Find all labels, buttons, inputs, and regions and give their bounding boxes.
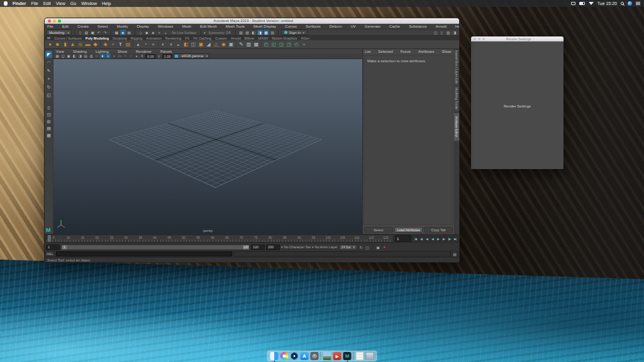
wireframe-icon[interactable]: □ [94,53,99,58]
motion-blur-icon[interactable]: ◔ [128,53,133,58]
maya-dock-icon[interactable]: M [343,352,352,360]
maya-menu-arnold[interactable]: Arnold [436,25,447,28]
menu-set-dropdown[interactable]: Modeling ▾ [47,30,72,35]
type-tool-icon[interactable]: T [117,41,124,48]
textured-icon[interactable]: ◐ [106,53,111,58]
animation-end-field[interactable]: 200 [266,244,280,250]
select-camera-icon[interactable]: ▦ [55,53,60,58]
fps-dropdown[interactable]: 24 fps ▾ [339,244,358,250]
use-all-lights-icon[interactable]: ◑ [111,53,116,58]
undo-icon[interactable]: ↶ [96,30,102,35]
loop-mode-icon[interactable]: ↻ [358,244,364,250]
scale-tool[interactable]: ◱ [45,92,52,99]
rotate-tool[interactable]: ↻ [45,84,52,90]
maya-menu-mesh[interactable]: Mesh [182,25,191,28]
display-icon[interactable] [571,2,575,5]
maya-menu-windows[interactable]: Windows [158,25,173,28]
maya-menu-display[interactable]: Display [136,25,149,28]
battery-icon[interactable] [579,2,585,5]
exposure-icon[interactable]: ☀ [140,53,145,58]
maya-menu-file[interactable]: File [47,25,53,28]
extrude-icon[interactable]: ◧ [182,41,189,48]
wifi-icon[interactable] [589,2,594,5]
open-scene-icon[interactable]: ▨ [84,30,89,35]
sculpt-tool-icon[interactable]: ▴ [135,41,142,48]
animation-start-field[interactable]: 1 [46,244,60,250]
step-forward-key-button[interactable]: |▶ [447,235,452,242]
snap-point-icon[interactable]: ◈ [150,30,156,35]
shelf-tab-poly-modeling[interactable]: Poly Modeling [86,36,109,40]
siri-icon[interactable] [628,1,632,6]
toggle-attribute-editor-icon[interactable]: ▯ [439,30,445,35]
maya-menu-surfaces[interactable]: Surfaces [306,25,321,28]
quad-draw-icon[interactable]: ◴ [293,41,300,48]
step-forward-frame-button[interactable]: ▶ [441,235,447,242]
maya-menu-curves[interactable]: Curves [285,25,297,28]
video-app-dock-icon[interactable]: ▶ [333,352,341,360]
bridge-icon[interactable]: ◫ [190,41,197,48]
ae-menu-attributes[interactable]: Attributes [418,50,434,53]
snap-plane-icon[interactable]: ▿ [157,30,162,35]
menu-bar-clock[interactable]: Tue 15:20 [597,1,617,6]
sculpt-plus-icon[interactable]: + [109,41,116,48]
layout-single-pane[interactable]: ▯ [46,105,52,111]
viewport-menu-view[interactable]: View [56,50,64,53]
boolean-union-icon[interactable]: ◰ [263,41,270,48]
poly-cylinder-icon[interactable]: ▮ [62,41,69,48]
layout-four-pane[interactable]: ⊞ [46,119,52,124]
poly-cone-icon[interactable]: ▲ [69,41,76,48]
go-to-end-button[interactable]: ▶| [452,235,458,242]
delete-edge-icon[interactable]: ▣ [228,41,235,48]
maya-menu-cache[interactable]: Cache [389,25,400,28]
fill-hole-icon[interactable]: ▣ [197,41,204,48]
camera-attributes-icon[interactable]: ▣ [66,53,71,58]
load-attributes-button[interactable]: Load Attributes [394,227,423,233]
anim-layer-dropdown[interactable]: ▾ No Anim Layer [312,245,338,249]
finder-dock-icon[interactable] [270,352,279,360]
construction-history-icon[interactable]: ▧ [238,30,244,35]
save-scene-icon[interactable]: ▣ [90,30,96,35]
maya-menu-modify[interactable]: Modify [117,25,128,28]
target-weld-icon[interactable]: ◉ [220,41,227,48]
toggle-tool-settings-icon[interactable]: ▥ [445,30,451,35]
viewport-menu-shading[interactable]: Shading [73,50,87,53]
play-backward-button[interactable]: ◀ [430,235,435,242]
insert-edge-loop-icon[interactable]: ▥ [245,41,252,48]
side-tab-attribute-editor[interactable]: Attribute Editor [454,113,459,141]
shelf-tab-motion-graphics[interactable]: Motion Graphics [272,36,297,40]
ae-menu-show[interactable]: Show [441,50,451,53]
sign-in-button[interactable]: Sign In ▾ [281,30,308,35]
gamma-icon[interactable]: γ [157,53,162,58]
side-tab-modeling-toolkit[interactable]: Modeling Toolkit [454,86,459,111]
poly-sphere-icon[interactable]: ● [47,41,53,48]
app-store-dock-icon[interactable]: A [301,352,309,360]
step-back-key-button[interactable]: ◀| [418,235,424,242]
shelf-tab-fx[interactable]: FX [185,36,189,40]
auto-keyframe-icon[interactable]: ● [382,244,387,250]
delete-history-icon[interactable]: × [301,41,308,48]
screen-space-ao-icon[interactable]: ▫ [123,53,128,58]
ae-menu-focus[interactable]: Focus [401,50,411,53]
menu-edit[interactable]: Edit [43,1,51,6]
mirror-icon[interactable]: ◳ [286,41,292,48]
make-live-icon[interactable]: ▵ [163,30,169,35]
viewport-menu-renderer[interactable]: Renderer [136,50,152,53]
close-window-button[interactable] [48,19,51,23]
notification-center-icon[interactable] [636,2,640,5]
photos-dock-icon[interactable] [280,352,289,360]
menu-window[interactable]: Window [81,1,97,6]
viewport-menu-lighting[interactable]: Lighting [96,50,109,53]
shaded-icon[interactable]: ● [100,53,105,58]
minimize-window-button[interactable] [53,19,56,23]
render-settings-title-bar[interactable]: Render Settings [471,36,564,41]
poly-plane-icon[interactable]: ▬ [84,41,91,48]
bookmarks-icon[interactable]: ◧ [72,53,77,58]
maya-menu-select[interactable]: Select [97,25,108,28]
toggle-channel-box-icon[interactable]: ◨ [452,30,457,35]
lock-camera-icon[interactable]: ◫ [60,53,65,58]
range-end-handle[interactable]: 120 [242,245,249,250]
maya-menu-create[interactable]: Create [77,25,89,28]
layout-persp-outliner[interactable]: ▤ [46,126,52,131]
connect-icon[interactable]: △ [213,41,219,48]
current-frame-marker[interactable] [48,235,51,242]
